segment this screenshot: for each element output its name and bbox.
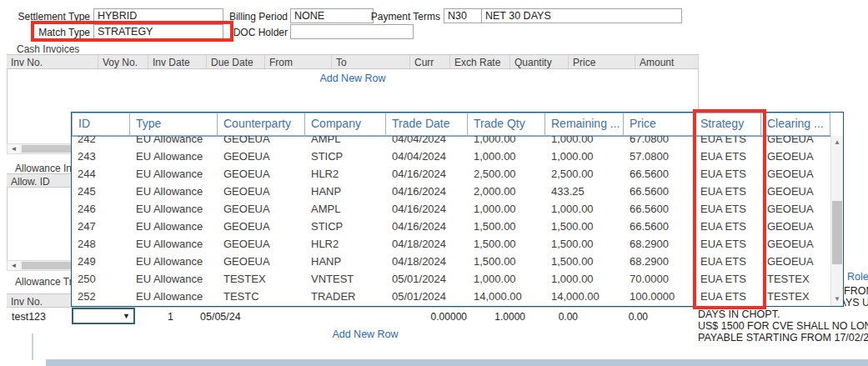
scroll-left-icon[interactable]: ◄	[8, 261, 20, 270]
popup-header-row: IDTypeCounterpartyCompanyTrade DateTrade…	[72, 113, 843, 137]
scroll-left-icon[interactable]: ◄	[8, 144, 20, 153]
transaction-amount-value: 0.00	[581, 311, 648, 323]
role-link[interactable]: Role	[847, 271, 868, 283]
popup-cell: 70.0000	[624, 270, 695, 288]
popup-cell: EUA ETS	[695, 200, 761, 218]
popup-cell: 04/16/2024	[386, 165, 468, 183]
column-header: Voy No.	[98, 55, 148, 68]
popup-row-249[interactable]: 249EU AllowanceGEOEUAHANP04/18/20241,500…	[72, 253, 830, 270]
popup-cell: EU Allowance	[130, 288, 218, 305]
allowance-invoices-hscroll-thumb[interactable]	[22, 262, 72, 269]
doc-holder-input[interactable]	[290, 24, 414, 39]
popup-cell: TESTEX	[218, 270, 305, 288]
popup-cell: GEOEUA	[761, 148, 830, 165]
popup-row-244[interactable]: 244EU AllowanceGEOEUAHLR204/16/20242,500…	[72, 165, 830, 183]
scroll-up-icon[interactable]: ▲	[831, 136, 843, 149]
payment-terms-code-input[interactable]	[444, 8, 482, 23]
column-header: Remaining ...	[545, 113, 624, 136]
popup-cell: GEOEUA	[218, 218, 305, 235]
popup-cell: HLR2	[305, 165, 386, 183]
billing-period-label: Billing Period	[198, 11, 288, 23]
cash-invoices-add-new-row-link[interactable]: Add New Row	[7, 73, 699, 84]
popup-cell: 1,000.00	[545, 136, 624, 148]
cash-invoices-header-row: Inv No.Voy No.Inv DateDue DateFromToCurr…	[7, 54, 699, 69]
popup-cell: 04/16/2024	[386, 200, 468, 218]
popup-cell: 244	[72, 165, 130, 183]
popup-cell: STICP	[305, 148, 386, 165]
column-header: Price	[624, 113, 695, 136]
popup-row-252[interactable]: 252EU AllowanceTESTCTRADER05/01/202414,0…	[72, 288, 830, 305]
popup-cell: GEOEUA	[218, 183, 305, 200]
popup-cell: EU Allowance	[130, 218, 218, 235]
column-header: Trade Date	[386, 113, 468, 136]
popup-cell: 68.2900	[624, 253, 695, 270]
popup-cell: 14,000.00	[468, 288, 545, 305]
popup-cell: EU Allowance	[130, 235, 218, 253]
popup-row-243[interactable]: 243EU AllowanceGEOEUASTICP04/04/20241,00…	[72, 148, 830, 165]
popup-cell: 04/16/2024	[386, 218, 468, 235]
side-note-from: FROM	[844, 285, 868, 297]
popup-cell: EU Allowance	[130, 253, 218, 270]
popup-cell: EUA ETS	[695, 136, 761, 148]
popup-cell: AMPL	[305, 200, 386, 218]
popup-cell: 1,000.00	[468, 136, 545, 148]
popup-row-250[interactable]: 250EU AllowanceTESTEXVNTEST05/01/20241,0…	[72, 270, 830, 288]
popup-cell: HLR2	[305, 235, 386, 253]
popup-cell: 1,000.00	[545, 200, 624, 218]
column-header: Due Date	[207, 55, 265, 68]
popup-cell: AMPL	[305, 136, 386, 148]
popup-cell: HANP	[305, 183, 386, 200]
trade-lookup-popup: IDTypeCounterpartyCompanyTrade DateTrade…	[71, 112, 844, 307]
transaction-exch-rate-value: 0.00000	[400, 311, 467, 323]
popup-vscroll-thumb[interactable]	[832, 201, 842, 264]
payment-terms-desc-input[interactable]	[481, 8, 682, 23]
side-note-line-3: US$ 1500 FOR CVE SHALL NO LONG BE	[698, 320, 868, 332]
popup-cell: 247	[72, 218, 130, 235]
scroll-down-icon[interactable]: ▼	[831, 293, 843, 306]
popup-cell: 242	[72, 136, 130, 148]
popup-cell: 57.0800	[624, 148, 695, 165]
transaction-inv-no-value: test123	[12, 311, 46, 323]
popup-cell: TRADER	[305, 288, 386, 305]
column-header: Inv No.	[7, 55, 98, 68]
popup-cell: GEOEUA	[218, 148, 305, 165]
column-header: Clearing ...	[761, 113, 830, 136]
popup-vscrollbar[interactable]: ▲ ▼	[830, 136, 843, 306]
popup-row-242[interactable]: 242EU AllowanceGEOEUAAMPL04/04/20241,000…	[72, 136, 830, 148]
popup-cell: TESTEX	[761, 288, 830, 305]
column-header: To	[332, 55, 410, 68]
popup-cell: EUA ETS	[695, 235, 761, 253]
popup-cell: EU Allowance	[130, 165, 218, 183]
popup-cell: 04/18/2024	[386, 235, 468, 253]
popup-cell: 04/04/2024	[386, 136, 468, 148]
popup-cell: 66.5600	[624, 200, 695, 218]
popup-cell: HANP	[305, 253, 386, 270]
cash-invoices-hscroll-thumb[interactable]	[22, 145, 72, 153]
popup-rows: 242EU AllowanceGEOEUAAMPL04/04/20241,000…	[72, 136, 830, 306]
popup-cell: 04/04/2024	[386, 148, 468, 165]
popup-cell: 248	[72, 235, 130, 253]
column-header: Counterparty	[218, 113, 305, 136]
popup-cell: 68.2900	[624, 235, 695, 253]
left-border-line	[32, 333, 33, 360]
allowance-transactions-add-new-row-link[interactable]: Add New Row	[7, 328, 724, 340]
popup-cell: 250	[72, 270, 130, 288]
popup-row-246[interactable]: 246EU AllowanceGEOEUAAMPL04/16/20241,000…	[72, 200, 830, 218]
popup-cell: 1,500.00	[545, 235, 624, 253]
popup-cell: 2,000.00	[468, 183, 545, 200]
popup-row-248[interactable]: 248EU AllowanceGEOEUAHLR204/18/20241,500…	[72, 235, 830, 253]
transaction-type-dropdown[interactable]: ▼	[72, 308, 135, 324]
side-note-line-4: PAYABLE STARTING FROM 17/02/24 12.	[698, 332, 868, 343]
popup-cell: 66.5600	[624, 218, 695, 235]
popup-cell: 04/18/2024	[386, 253, 468, 270]
popup-cell: TESTC	[218, 288, 305, 305]
popup-cell: EU Allowance	[130, 136, 218, 148]
popup-row-245[interactable]: 245EU AllowanceGEOEUAHANP04/16/20242,000…	[72, 183, 830, 200]
popup-cell: 1,000.00	[468, 200, 545, 218]
allowance-invoices-title: Allowance Inv	[15, 163, 77, 174]
column-header: Price	[569, 55, 635, 68]
popup-cell: 100.0000	[624, 288, 695, 305]
popup-row-247[interactable]: 247EU AllowanceGEOEUASTICP04/16/20241,50…	[72, 218, 830, 235]
popup-cell: GEOEUA	[218, 165, 305, 183]
popup-cell: 2,500.00	[468, 165, 545, 183]
